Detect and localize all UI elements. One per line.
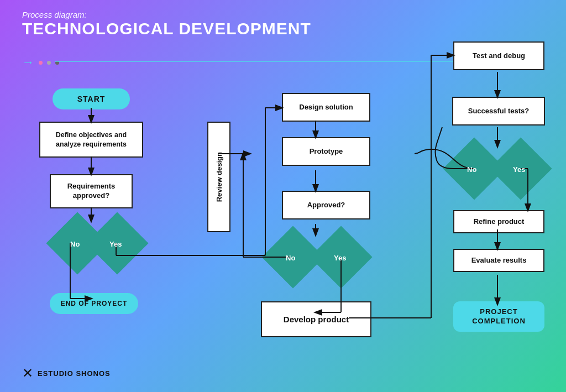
logo: ✕ ESTUDIO SHONOS [22,365,111,381]
approved-yes-diamond [310,226,372,288]
logo-text: ESTUDIO SHONOS [38,369,111,378]
successful-tests-node: Successful tests? [452,97,545,126]
develop-product-node: Develop product [261,301,371,337]
project-completion-node: PROJECT COMPLETION [453,301,544,332]
logo-icon: ✕ [22,365,33,381]
test-yes-diamond [489,137,552,200]
header: Process diagram: TECHNOLOGICAL DEVELOPME… [22,10,311,38]
dot-pink [39,61,43,65]
req-yes-diamond [86,212,148,274]
define-objectives-node: Define objectives andanalyze requirement… [39,122,143,158]
end-project-node: END OF PROYECT [50,293,138,314]
subtitle: Process diagram: [22,10,311,19]
evaluate-results-node: Evaluate results [453,249,544,272]
approved-node: Approved? [282,191,370,219]
dot-gray [47,61,51,65]
decorative-dots: → [22,55,59,70]
arrow-icon: → [22,55,34,70]
prototype-node: Prototype [282,137,370,166]
review-design-node: Review design [207,122,230,232]
requirements-approved-node: Requirementsapproved? [50,174,133,208]
title: TECHNOLOGICAL DEVELOPMENT [22,19,311,38]
design-solution-node: Design solution [282,93,370,122]
start-node: START [53,88,130,109]
refine-product-node: Refine product [453,210,544,233]
test-debug-node: Test and debug [453,41,544,70]
